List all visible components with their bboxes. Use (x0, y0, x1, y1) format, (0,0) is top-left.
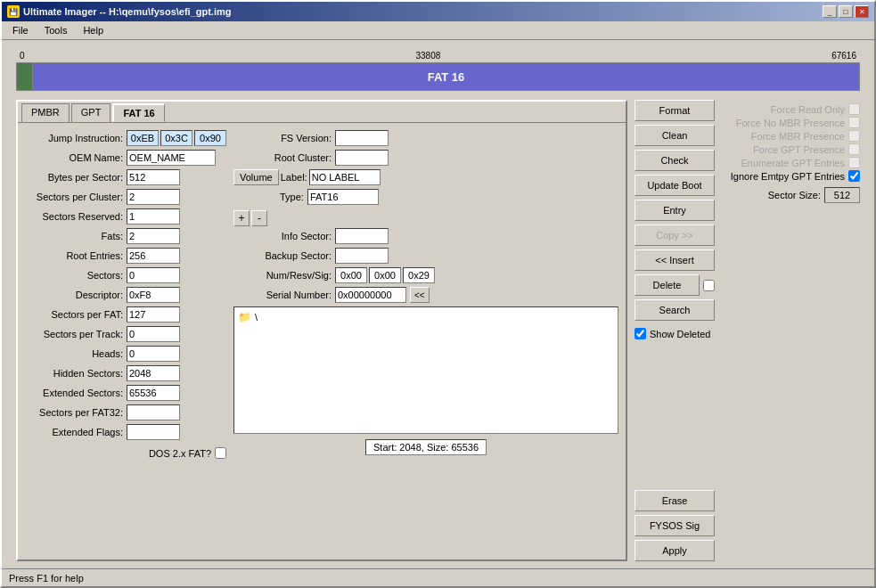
fs-version-input[interactable] (335, 130, 389, 146)
backup-sector-input[interactable] (335, 248, 389, 264)
volume-label-input[interactable] (309, 169, 381, 185)
tab-gpt[interactable]: GPT (71, 103, 111, 122)
jump-field-1[interactable] (127, 130, 159, 146)
check-button[interactable]: Check (634, 150, 715, 171)
root-cluster-input[interactable] (335, 150, 389, 166)
app-icon: 💾 (7, 5, 20, 18)
bytes-per-sector-input[interactable] (127, 169, 180, 185)
start-size-field: Start: 2048, Size: 65536 (365, 439, 487, 455)
enumerate-gpt-checkbox (848, 157, 860, 168)
ignore-empty-gpt-checkbox[interactable] (848, 170, 860, 182)
tree-root-item: 📁 \ (238, 311, 614, 323)
descriptor-label: Descriptor: (25, 290, 123, 300)
jump-field-2[interactable] (160, 130, 192, 146)
menu-tools[interactable]: Tools (37, 23, 75, 37)
force-no-mbr-row: Force No MBR Presence (722, 117, 860, 128)
titlebar: 💾 Ultimate Imager -- H:\qemu\fysos\efi_g… (2, 2, 874, 21)
sectors-input[interactable] (127, 267, 180, 283)
extended-flags-input[interactable] (127, 424, 180, 440)
hidden-sectors-input[interactable] (127, 365, 180, 381)
sectors-per-track-label: Sectors per Track: (25, 329, 123, 339)
serial-number-input[interactable] (335, 287, 406, 303)
menu-help[interactable]: Help (76, 23, 111, 37)
apply-button[interactable]: Apply (634, 540, 715, 561)
root-entries-input[interactable] (127, 248, 180, 264)
menubar: File Tools Help (2, 21, 874, 40)
serial-gen-button[interactable]: << (410, 287, 430, 303)
folder-icon: 📁 (238, 311, 251, 323)
tabs: PMBR GPT FAT 16 (18, 102, 626, 122)
entry-button[interactable]: Entry (634, 200, 715, 221)
tab-fat16[interactable]: FAT 16 (112, 103, 164, 122)
tab-panel: PMBR GPT FAT 16 Jump Instruction: (16, 100, 627, 561)
erase-button[interactable]: Erase (634, 490, 715, 511)
force-no-mbr-checkbox (848, 117, 860, 128)
num-field-2[interactable] (369, 267, 401, 283)
tree-root-label: \ (255, 312, 258, 323)
jump-instruction-label: Jump Instruction: (25, 133, 123, 143)
partition-num-left: 0 (20, 51, 25, 61)
oem-name-label: OEM Name: (25, 152, 123, 163)
jump-field-3[interactable] (194, 130, 226, 146)
middle-section: PMBR GPT FAT 16 Jump Instruction: (9, 100, 867, 561)
insert-button[interactable]: << Insert (634, 249, 715, 271)
update-boot-button[interactable]: Update Boot (634, 175, 715, 196)
show-deleted-row: Show Deleted (634, 328, 715, 339)
sectors-per-fat32-input[interactable] (127, 404, 180, 421)
search-button[interactable]: Search (634, 299, 715, 321)
backup-sector-label: Backup Sector: (233, 250, 332, 261)
heads-input[interactable] (127, 346, 180, 362)
minus-button[interactable]: - (251, 210, 267, 226)
fats-input[interactable] (127, 228, 180, 244)
extended-flags-row: Extended Flags: (25, 424, 226, 440)
clean-button[interactable]: Clean (634, 125, 715, 146)
minimize-button[interactable]: _ (823, 5, 837, 18)
titlebar-buttons: _ □ ✕ (823, 5, 869, 18)
force-no-mbr-label: Force No MBR Presence (736, 118, 845, 128)
oem-name-input[interactable] (127, 150, 216, 166)
dos-fat-checkbox[interactable] (215, 447, 226, 459)
force-read-only-label: Force Read Only (771, 104, 845, 115)
partition-bar[interactable]: FAT 16 (16, 62, 860, 91)
heads-row: Heads: (25, 346, 226, 362)
oem-name-row: OEM Name: (25, 150, 226, 166)
copy-button[interactable]: Copy >> (634, 225, 715, 246)
extended-sectors-input[interactable] (127, 385, 180, 401)
num-field-1[interactable] (335, 267, 367, 283)
force-gpt-label: Force GPT Presence (753, 144, 845, 155)
sectors-per-track-input[interactable] (127, 326, 180, 342)
num-field-3[interactable] (403, 267, 435, 283)
sectors-per-cluster-row: Sectors per Cluster: (25, 189, 226, 205)
sectors-per-cluster-label: Sectors per Cluster: (25, 192, 123, 202)
fysos-sig-button[interactable]: FYSOS Sig (634, 515, 715, 536)
root-entries-row: Root Entries: (25, 248, 226, 264)
sectors-per-cluster-input[interactable] (127, 189, 180, 205)
descriptor-row: Descriptor: (25, 287, 226, 303)
delete-button[interactable]: Delete (634, 274, 700, 296)
maximize-button[interactable]: □ (839, 5, 853, 18)
tab-pmbr[interactable]: PMBR (21, 103, 70, 122)
partition-label: FAT 16 (428, 70, 465, 84)
enumerate-gpt-row: Enumerate GPT Entries (722, 157, 860, 168)
menu-file[interactable]: File (5, 23, 36, 37)
delete-checkbox[interactable] (703, 280, 715, 291)
partition-bar-area: 0 33808 67616 FAT 16 (9, 47, 867, 94)
file-tree[interactable]: 📁 \ (233, 306, 618, 434)
format-button[interactable]: Format (634, 100, 715, 121)
sectors-per-fat32-row: Sectors per FAT32: (25, 404, 226, 421)
serial-number-label: Serial Number: (233, 290, 332, 300)
type-input[interactable] (307, 189, 379, 205)
dos-fat-label: DOS 2.x FAT? (113, 448, 211, 459)
sectors-per-fat-input[interactable] (127, 306, 180, 323)
descriptor-input[interactable] (127, 287, 180, 303)
extended-sectors-label: Extended Sectors: (25, 388, 123, 398)
info-sector-input[interactable] (335, 228, 389, 244)
volume-button[interactable]: Volume (233, 169, 279, 185)
sector-size-input[interactable] (824, 187, 860, 203)
titlebar-left: 💾 Ultimate Imager -- H:\qemu\fysos\efi_g… (7, 5, 231, 18)
plus-button[interactable]: + (233, 210, 250, 226)
sectors-reserved-input[interactable] (127, 208, 180, 225)
close-button[interactable]: ✕ (855, 5, 869, 18)
show-deleted-checkbox[interactable] (634, 328, 646, 339)
partition-main-segment[interactable]: FAT 16 (33, 63, 859, 90)
